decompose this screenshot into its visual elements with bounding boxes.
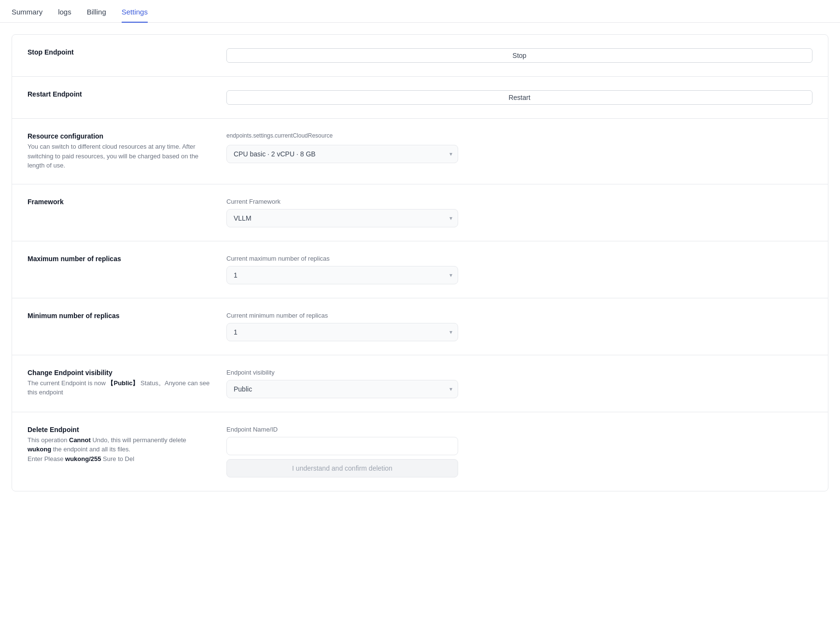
framework-select[interactable]: VLLMTGICustom bbox=[226, 209, 458, 227]
delete-desc1-suffix: Undo, this will permanently delete bbox=[91, 436, 186, 444]
delete-endpoint-label-col: Delete Endpoint This operation Cannot Un… bbox=[28, 426, 211, 464]
min-replicas-title: Minimum number of replicas bbox=[28, 312, 211, 320]
framework-row: Framework Current Framework VLLMTGICusto… bbox=[12, 184, 828, 241]
resource-config-label-col: Resource configuration You can switch to… bbox=[28, 132, 211, 170]
delete-endpoint-desc2: wukong the endpoint and all its files. bbox=[28, 445, 211, 454]
delete-desc3-bold: wukong/255 bbox=[65, 455, 101, 462]
resource-config-control: endpoints.settings.currentCloudResource … bbox=[226, 132, 812, 163]
delete-endpoint-control: Endpoint Name/ID I understand and confir… bbox=[226, 426, 812, 477]
max-replicas-control-label: Current maximum number of replicas bbox=[226, 255, 812, 262]
delete-desc1-bold: Cannot bbox=[69, 436, 91, 444]
delete-endpoint-input[interactable] bbox=[226, 437, 458, 455]
resource-config-select[interactable]: CPU basic · 2 vCPU · 8 GBCPU basic · 4 v… bbox=[226, 145, 458, 163]
resource-config-key-label: endpoints.settings.currentCloudResource bbox=[226, 132, 812, 139]
visibility-desc-prefix: The current Endpoint is now bbox=[28, 379, 107, 387]
delete-desc2-bold: wukong bbox=[28, 446, 51, 453]
delete-endpoint-row: Delete Endpoint This operation Cannot Un… bbox=[12, 412, 828, 491]
framework-control-label: Current Framework bbox=[226, 198, 812, 205]
max-replicas-select-wrapper: 12345 ▾ bbox=[226, 266, 458, 284]
settings-page: Stop Endpoint Stop Restart Endpoint Rest… bbox=[0, 23, 840, 503]
max-replicas-label-col: Maximum number of replicas bbox=[28, 255, 211, 265]
resource-config-description: You can switch to different cloud resour… bbox=[28, 142, 211, 170]
framework-title: Framework bbox=[28, 198, 211, 206]
max-replicas-title: Maximum number of replicas bbox=[28, 255, 211, 263]
stop-button[interactable]: Stop bbox=[226, 48, 812, 63]
visibility-select[interactable]: PublicPrivate bbox=[226, 380, 458, 398]
tab-billing[interactable]: Billing bbox=[87, 8, 106, 23]
delete-desc2-suffix: the endpoint and all its files. bbox=[51, 446, 130, 453]
restart-endpoint-row: Restart Endpoint Restart bbox=[12, 77, 828, 119]
min-replicas-control: Current minimum number of replicas 12345… bbox=[226, 312, 812, 341]
resource-config-select-wrapper: CPU basic · 2 vCPU · 8 GBCPU basic · 4 v… bbox=[226, 145, 458, 163]
max-replicas-control: Current maximum number of replicas 12345… bbox=[226, 255, 812, 284]
min-replicas-control-label: Current minimum number of replicas bbox=[226, 312, 812, 319]
stop-endpoint-control: Stop bbox=[226, 48, 812, 63]
delete-desc1-prefix: This operation bbox=[28, 436, 69, 444]
visibility-control-label: Endpoint visibility bbox=[226, 369, 812, 376]
resource-config-row: Resource configuration You can switch to… bbox=[12, 119, 828, 184]
restart-endpoint-label-col: Restart Endpoint bbox=[28, 90, 211, 100]
settings-card: Stop Endpoint Stop Restart Endpoint Rest… bbox=[12, 34, 828, 491]
tab-logs[interactable]: logs bbox=[58, 8, 71, 23]
max-replicas-select[interactable]: 12345 bbox=[226, 266, 458, 284]
visibility-select-wrapper: PublicPrivate ▾ bbox=[226, 380, 458, 398]
max-replicas-row: Maximum number of replicas Current maxim… bbox=[12, 241, 828, 298]
delete-desc3-prefix: Enter Please bbox=[28, 455, 65, 462]
restart-endpoint-control: Restart bbox=[226, 90, 812, 105]
delete-desc3-suffix: Sure to Del bbox=[101, 455, 134, 462]
framework-select-wrapper: VLLMTGICustom ▾ bbox=[226, 209, 458, 227]
restart-button[interactable]: Restart bbox=[226, 90, 812, 105]
resource-config-title: Resource configuration bbox=[28, 132, 211, 140]
tabs-nav: Summary logs Billing Settings bbox=[0, 0, 840, 23]
min-replicas-row: Minimum number of replicas Current minim… bbox=[12, 298, 828, 355]
restart-endpoint-title: Restart Endpoint bbox=[28, 90, 211, 98]
stop-endpoint-label-col: Stop Endpoint bbox=[28, 48, 211, 58]
visibility-description: The current Endpoint is now 【Public】 Sta… bbox=[28, 378, 211, 397]
visibility-row: Change Endpoint visibility The current E… bbox=[12, 355, 828, 412]
min-replicas-select-wrapper: 12345 ▾ bbox=[226, 323, 458, 341]
stop-endpoint-row: Stop Endpoint Stop bbox=[12, 35, 828, 77]
confirm-delete-button[interactable]: I understand and confirm deletion bbox=[226, 459, 458, 477]
visibility-title: Change Endpoint visibility bbox=[28, 369, 211, 377]
visibility-label-col: Change Endpoint visibility The current E… bbox=[28, 369, 211, 397]
tab-settings[interactable]: Settings bbox=[122, 8, 148, 23]
visibility-desc-bold: 【Public】 bbox=[107, 379, 139, 387]
stop-endpoint-title: Stop Endpoint bbox=[28, 48, 211, 56]
min-replicas-label-col: Minimum number of replicas bbox=[28, 312, 211, 322]
delete-control-label: Endpoint Name/ID bbox=[226, 426, 812, 433]
framework-control: Current Framework VLLMTGICustom ▾ bbox=[226, 198, 812, 227]
tab-summary[interactable]: Summary bbox=[12, 8, 42, 23]
framework-label-col: Framework bbox=[28, 198, 211, 208]
min-replicas-select[interactable]: 12345 bbox=[226, 323, 458, 341]
delete-endpoint-desc1: This operation Cannot Undo, this will pe… bbox=[28, 435, 211, 445]
visibility-control: Endpoint visibility PublicPrivate ▾ bbox=[226, 369, 812, 398]
delete-endpoint-title: Delete Endpoint bbox=[28, 426, 211, 433]
delete-endpoint-desc3: Enter Please wukong/255 Sure to Del bbox=[28, 454, 211, 464]
